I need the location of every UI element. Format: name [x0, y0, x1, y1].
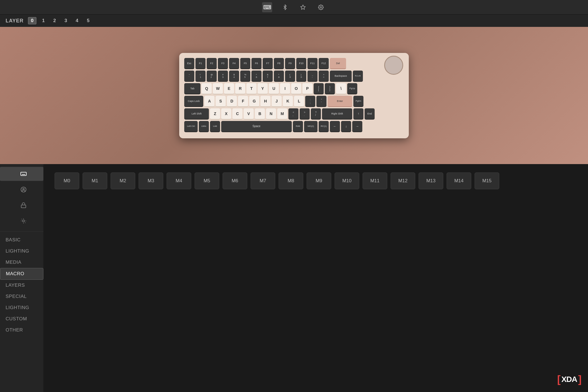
- sidebar-item-basic[interactable]: BASIC: [0, 234, 43, 246]
- key-f10[interactable]: F10: [296, 58, 306, 69]
- key-semicolon[interactable]: :;: [305, 96, 315, 107]
- key-6[interactable]: ^6: [251, 71, 262, 82]
- sidebar-item-custom[interactable]: CUSTOM: [0, 313, 43, 325]
- layer-2[interactable]: 2: [50, 17, 59, 24]
- key-right[interactable]: →: [352, 121, 362, 132]
- key-7[interactable]: &7: [263, 71, 273, 82]
- key-a[interactable]: A: [204, 96, 214, 107]
- layer-1[interactable]: 1: [39, 17, 48, 24]
- key-v[interactable]: V: [244, 108, 254, 120]
- key-t[interactable]: T: [246, 83, 256, 94]
- macro-btn-m8[interactable]: M8: [279, 172, 303, 189]
- key-f7[interactable]: F7: [263, 58, 273, 69]
- layer-3[interactable]: 3: [62, 17, 70, 24]
- key-f8[interactable]: F8: [274, 58, 284, 69]
- key-lctrl[interactable]: Left Ctrl: [184, 121, 198, 132]
- key-r[interactable]: R: [235, 83, 245, 94]
- key-2[interactable]: @2: [207, 71, 217, 82]
- key-lshift[interactable]: Left Shift: [184, 108, 209, 120]
- macro-btn-m5[interactable]: M5: [195, 172, 219, 189]
- key-minus[interactable]: _-: [307, 71, 318, 82]
- key-c[interactable]: C: [232, 108, 242, 120]
- dial-knob[interactable]: [384, 56, 403, 75]
- key-d[interactable]: D: [227, 96, 237, 107]
- key-rbracket[interactable]: }]: [325, 83, 335, 94]
- key-h[interactable]: H: [260, 96, 270, 107]
- key-up[interactable]: ↑: [353, 108, 363, 120]
- sidebar-item-media[interactable]: MEDIA: [0, 257, 43, 268]
- key-backspace[interactable]: Backspace: [330, 71, 352, 82]
- key-mo2[interactable]: MO(2): [304, 121, 318, 132]
- key-down[interactable]: ↓: [341, 121, 351, 132]
- macro-btn-m13[interactable]: M13: [419, 172, 443, 189]
- key-g[interactable]: G: [249, 96, 259, 107]
- key-slash[interactable]: ?/: [311, 108, 321, 120]
- key-8[interactable]: *8: [274, 71, 284, 82]
- sidebar-item-special[interactable]: SPECIAL: [0, 291, 43, 302]
- key-quote[interactable]: "': [316, 96, 326, 107]
- sidebar-profile-icon[interactable]: [0, 183, 43, 197]
- key-i[interactable]: I: [280, 83, 290, 94]
- key-q[interactable]: Q: [202, 83, 212, 94]
- key-p[interactable]: P: [302, 83, 312, 94]
- key-tab[interactable]: Tab: [184, 83, 200, 94]
- key-f6[interactable]: F6: [251, 58, 262, 69]
- sidebar-light-icon[interactable]: [0, 214, 43, 228]
- key-f12[interactable]: F12: [319, 58, 329, 69]
- macro-btn-m12[interactable]: M12: [391, 172, 415, 189]
- key-u[interactable]: U: [269, 83, 279, 94]
- layer-4[interactable]: 4: [73, 17, 81, 24]
- sidebar-item-lighting2[interactable]: LIGHTING: [0, 302, 43, 313]
- key-pgdn[interactable]: PgDn: [353, 96, 363, 107]
- macro-btn-m15[interactable]: M15: [475, 172, 499, 189]
- macro-btn-m3[interactable]: M3: [139, 172, 163, 189]
- macro-btn-m6[interactable]: M6: [223, 172, 247, 189]
- favorite-icon[interactable]: [298, 2, 308, 12]
- key-ralt[interactable]: RAlt: [293, 121, 303, 132]
- key-f1[interactable]: F1: [195, 58, 206, 69]
- macro-btn-m4[interactable]: M4: [167, 172, 191, 189]
- key-x[interactable]: X: [221, 108, 231, 120]
- key-3[interactable]: #3: [218, 71, 228, 82]
- key-y[interactable]: Y: [258, 83, 268, 94]
- key-f[interactable]: F: [238, 96, 248, 107]
- macro-btn-m9[interactable]: M9: [307, 172, 331, 189]
- key-f5[interactable]: F5: [240, 58, 250, 69]
- macro-btn-m10[interactable]: M10: [335, 172, 359, 189]
- layer-5[interactable]: 5: [84, 17, 92, 24]
- key-z[interactable]: Z: [210, 108, 220, 120]
- key-n[interactable]: N: [266, 108, 276, 120]
- key-lbracket[interactable]: {[: [314, 83, 324, 94]
- key-space[interactable]: Space: [221, 121, 292, 132]
- key-rshift[interactable]: Right Shift: [322, 108, 352, 120]
- sidebar-item-lighting[interactable]: LIGHTING: [0, 246, 43, 257]
- key-1[interactable]: !1: [195, 71, 206, 82]
- key-del[interactable]: Del: [330, 58, 346, 69]
- macro-btn-m1[interactable]: M1: [83, 172, 107, 189]
- key-f3[interactable]: F3: [218, 58, 228, 69]
- macro-btn-m11[interactable]: M11: [363, 172, 387, 189]
- key-j[interactable]: J: [272, 96, 282, 107]
- key-f11[interactable]: F11: [307, 58, 318, 69]
- key-nlck[interactable]: N.Lck: [353, 71, 363, 82]
- key-b[interactable]: B: [255, 108, 265, 120]
- settings-icon[interactable]: [316, 2, 326, 12]
- key-9[interactable]: (9: [285, 71, 295, 82]
- key-5[interactable]: %5: [240, 71, 250, 82]
- macro-btn-m14[interactable]: M14: [447, 172, 471, 189]
- key-backslash[interactable]: \: [336, 83, 346, 94]
- key-end[interactable]: End: [365, 108, 375, 120]
- key-f4[interactable]: F4: [229, 58, 239, 69]
- keyboard-icon[interactable]: ⌨: [262, 2, 272, 12]
- key-comma[interactable]: <,: [288, 108, 298, 120]
- key-m[interactable]: M: [277, 108, 287, 120]
- key-pgup[interactable]: PgUp: [347, 83, 357, 94]
- key-left[interactable]: ←: [330, 121, 340, 132]
- key-lwin[interactable]: LWin: [199, 121, 209, 132]
- key-w[interactable]: W: [213, 83, 223, 94]
- key-f9[interactable]: F9: [285, 58, 295, 69]
- key-e[interactable]: E: [224, 83, 234, 94]
- key-4[interactable]: $4: [229, 71, 239, 82]
- macro-btn-m2[interactable]: M2: [111, 172, 135, 189]
- key-rc1[interactable]: RC(1): [319, 121, 329, 132]
